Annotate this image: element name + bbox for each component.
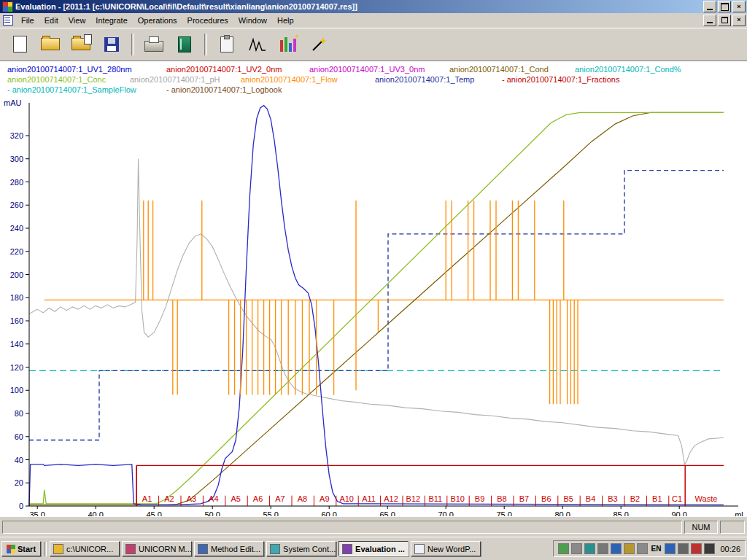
tray-icon-a-5[interactable] — [611, 543, 622, 554]
x-tick-label: 65.0 — [379, 510, 395, 516]
y-tick-label: 280 — [10, 178, 23, 187]
tray-icon-a-7[interactable] — [637, 543, 648, 554]
task-method-edit-[interactable]: Method Edit... — [194, 541, 264, 556]
legend-flow[interactable]: anion20100714007:1_Flow — [241, 75, 338, 84]
printer-icon — [144, 41, 163, 52]
task-icon — [414, 544, 425, 554]
legend-logbook[interactable]: - anion20100714007:1_Logbook — [166, 85, 282, 94]
legend-cond-pct[interactable]: anion20100714007:1_Cond% — [575, 65, 681, 74]
legend-fractions[interactable]: - anion20100714007:1_Fractions — [502, 75, 619, 84]
tray-icon-a-3[interactable] — [584, 543, 595, 554]
task-evaluation-[interactable]: Evaluation ... — [338, 541, 409, 556]
fraction-label: A10 — [339, 494, 354, 503]
task-system-cont-[interactable]: System Cont... — [266, 541, 336, 556]
tray-icon-b-1[interactable] — [665, 543, 676, 554]
peak-integrate-button[interactable] — [243, 31, 272, 58]
task-icon — [342, 544, 352, 554]
open-result-button[interactable] — [66, 31, 96, 58]
documentation-button[interactable] — [170, 31, 199, 58]
menu-item-help[interactable]: Help — [272, 15, 299, 26]
child-minimize-button[interactable] — [703, 15, 716, 26]
y-tick-label: 60 — [15, 432, 23, 441]
tray-icon-a-2[interactable] — [571, 543, 582, 554]
x-axis-unit: ml — [735, 510, 743, 516]
app-icon — [2, 1, 13, 12]
tray-icon-b-2[interactable] — [678, 543, 689, 554]
print-button[interactable] — [139, 31, 169, 58]
legend-conc[interactable]: anion20100714007:1_Conc — [7, 75, 106, 84]
menu-item-window[interactable]: Window — [233, 15, 272, 26]
notebook-icon — [178, 36, 191, 52]
legend-uv3[interactable]: anion20100714007:1_UV3_0nm — [309, 65, 425, 74]
menu-item-edit[interactable]: Edit — [39, 15, 63, 26]
legend-temp[interactable]: anion20100714007:1_Temp — [375, 75, 474, 84]
menu-item-view[interactable]: View — [63, 15, 91, 26]
menu-item-operations[interactable]: Operations — [133, 15, 182, 26]
start-button[interactable]: Start — [1, 541, 41, 556]
legend-ph[interactable]: anion20100714007:1_pH — [130, 75, 220, 84]
child-restore-button[interactable] — [718, 15, 731, 26]
system-tray: EN00:26 — [553, 540, 746, 557]
fraction-label: Waste — [695, 494, 718, 503]
tray-icon-a-6[interactable] — [624, 543, 635, 554]
menu-bar: FileEditViewIntegrateOperationsProcedure… — [0, 13, 747, 28]
window-title: Evaluation - [2011:1 [c:\UNICORN\Local\f… — [15, 2, 703, 11]
y-tick-label: 200 — [10, 271, 23, 279]
chromatogram-layout-button[interactable]: ✶ — [274, 31, 303, 58]
menu-item-integrate[interactable]: Integrate — [90, 15, 132, 26]
magic-wand-icon — [310, 36, 328, 52]
maximize-button[interactable] — [718, 1, 731, 12]
menu-item-procedures[interactable]: Procedures — [182, 15, 233, 26]
tray-icon-a-1[interactable] — [558, 543, 569, 554]
language-indicator[interactable]: EN — [650, 545, 663, 553]
x-tick-label: 45.0 — [146, 510, 161, 516]
clock: 00:26 — [717, 545, 740, 553]
fraction-label: B6 — [541, 494, 551, 503]
taskbar: Start c:\UNICOR...UNICORN M...Method Edi… — [0, 537, 747, 560]
x-tick-label: 85.0 — [613, 510, 628, 516]
task-unicorn-m-[interactable]: UNICORN M... — [122, 541, 192, 556]
fraction-label: A5 — [231, 494, 240, 503]
tray-icon-b-3[interactable] — [691, 543, 702, 554]
fraction-label: B8 — [497, 494, 506, 503]
task-icon — [53, 544, 63, 554]
toolbar-separator — [131, 34, 134, 55]
plot-area[interactable] — [29, 101, 737, 506]
folder-document-icon — [71, 38, 90, 50]
chromatogram-plot[interactable]: A1A2A3A4A5A6A7A8A9A10A11A12B12B11B10B9B8… — [0, 96, 747, 516]
title-bar[interactable]: Evaluation - [2011:1 [c:\UNICORN\Local\f… — [0, 0, 747, 13]
fraction-label: A8 — [298, 494, 307, 503]
status-message-panel — [2, 521, 682, 534]
task-new-wordp-[interactable]: New WordP... — [411, 541, 481, 556]
windows-logo-icon — [7, 545, 15, 553]
legend-cond[interactable]: anion20100714007:1_Cond — [449, 65, 549, 74]
legend-uv1[interactable]: anion20100714007:1_UV1_280nm — [7, 65, 132, 74]
y-tick-label: 220 — [10, 247, 23, 256]
toolbar-separator — [204, 34, 207, 55]
fraction-label: A4 — [209, 494, 218, 503]
x-tick-label: 40.0 — [88, 510, 103, 516]
tray-icon-b-4[interactable] — [704, 543, 715, 554]
wizard-button[interactable] — [304, 31, 333, 58]
save-button[interactable] — [97, 31, 126, 58]
x-tick-label: 35.0 — [29, 510, 44, 516]
copy-button[interactable] — [212, 31, 241, 58]
task-c-unicor-[interactable]: c:\UNICOR... — [50, 541, 120, 556]
child-close-button[interactable]: × — [732, 15, 746, 26]
fraction-label: A7 — [275, 494, 285, 503]
legend-uv2[interactable]: anion20100714007:1_UV2_0nm — [166, 65, 282, 74]
tray-icon-a-4[interactable] — [597, 543, 608, 554]
y-tick-label: 0 — [19, 502, 23, 510]
open-button[interactable] — [36, 31, 65, 58]
x-tick-label: 70.0 — [438, 510, 453, 516]
document-icon[interactable] — [3, 15, 13, 26]
new-button[interactable] — [5, 31, 34, 58]
y-tick-label: 180 — [10, 293, 23, 302]
legend-sampleflow[interactable]: - anion20100714007:1_SampleFlow — [7, 85, 136, 94]
menu-item-file[interactable]: File — [16, 15, 39, 26]
y-tick-label: 20 — [15, 478, 23, 487]
y-tick-label: 260 — [10, 201, 23, 209]
close-button[interactable]: × — [732, 1, 746, 12]
x-tick-label: 50.0 — [204, 510, 220, 516]
minimize-button[interactable] — [703, 1, 716, 12]
